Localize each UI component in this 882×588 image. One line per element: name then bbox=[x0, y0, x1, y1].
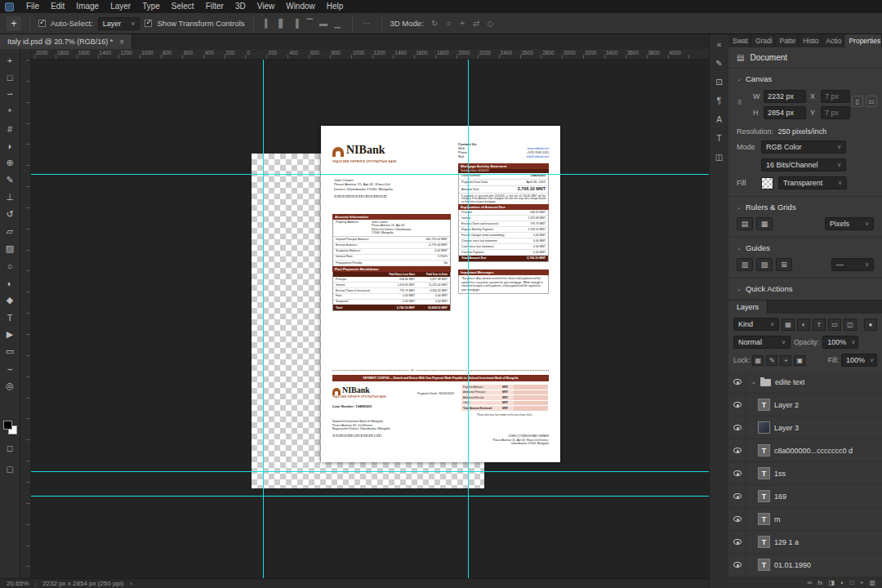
filter-type-layers-icon[interactable]: T bbox=[813, 318, 826, 331]
menu-item[interactable]: View bbox=[252, 0, 281, 13]
visibility-toggle[interactable] bbox=[728, 394, 746, 416]
zoom-level[interactable]: 20.65% bbox=[7, 580, 29, 587]
pen-tool[interactable]: ◆ bbox=[0, 292, 20, 309]
3d-slide-icon[interactable]: ⇄ bbox=[470, 17, 483, 29]
menu-item[interactable]: Layer bbox=[105, 0, 136, 13]
visibility-toggle[interactable] bbox=[728, 485, 746, 507]
fill-dropdown[interactable]: 100% bbox=[841, 354, 877, 367]
width-field[interactable]: 2232 px bbox=[764, 90, 806, 103]
rectangle-tool[interactable]: ▭ bbox=[0, 343, 20, 360]
lock-transparency-icon[interactable]: ▦ bbox=[752, 355, 764, 366]
link-layers-icon[interactable]: ∞ bbox=[808, 579, 813, 587]
3d-roll-icon[interactable]: ○ bbox=[443, 17, 455, 29]
document-tab[interactable]: Italy id.psd @ 20.7% (RGB/16) * × bbox=[0, 34, 132, 49]
filter-shape-layers-icon[interactable]: ▭ bbox=[828, 318, 841, 331]
more-options-icon[interactable]: ⋯ bbox=[361, 17, 373, 29]
spot-healing-brush-tool[interactable]: ⊕ bbox=[0, 154, 20, 172]
3d-scale-icon[interactable]: ◇ bbox=[484, 17, 497, 29]
visibility-toggle[interactable] bbox=[728, 371, 746, 393]
filter-toggle-icon[interactable]: ● bbox=[864, 318, 877, 331]
show-transform-checkbox[interactable] bbox=[145, 20, 152, 27]
align-middle-icon[interactable]: ▬ bbox=[318, 17, 330, 29]
document-info[interactable]: 2232 px x 2854 px (250 ppi) bbox=[42, 580, 123, 587]
guides-dropdown[interactable]: — bbox=[831, 258, 874, 271]
rulers-grids-section-header[interactable]: ⌄ Rulers & Grids bbox=[728, 197, 882, 215]
lock-pixels-icon[interactable]: ✎ bbox=[766, 355, 777, 366]
layer-effects-icon[interactable]: fx bbox=[817, 579, 822, 587]
lock-all-icon[interactable]: ▣ bbox=[794, 355, 805, 366]
color-mode-dropdown[interactable]: RGB Color bbox=[761, 140, 846, 154]
eraser-tool[interactable]: ▱ bbox=[0, 223, 20, 240]
lock-position-icon[interactable]: + bbox=[780, 355, 791, 366]
tab-layers[interactable]: Layers bbox=[728, 301, 768, 314]
tab-gradients[interactable]: Gradi bbox=[751, 34, 776, 47]
visibility-toggle[interactable] bbox=[728, 462, 746, 484]
landscape-orientation-button[interactable]: ▭ bbox=[866, 96, 877, 107]
layer-group-icon[interactable]: □ bbox=[850, 579, 854, 587]
opacity-dropdown[interactable]: 100% bbox=[822, 336, 858, 349]
clear-guides-icon[interactable]: ⊞ bbox=[776, 258, 792, 271]
layer-row[interactable]: T1ss bbox=[728, 462, 882, 485]
menu-item[interactable]: Image bbox=[70, 0, 105, 13]
filter-adjustment-layers-icon[interactable]: ◐ bbox=[797, 318, 810, 331]
menu-item[interactable]: Select bbox=[166, 0, 200, 13]
collapse-panels-icon[interactable]: « bbox=[713, 38, 726, 50]
guide-horizontal[interactable] bbox=[31, 174, 709, 175]
history-brush-tool[interactable]: ↺ bbox=[0, 206, 20, 223]
height-field[interactable]: 2854 px bbox=[764, 106, 806, 119]
brush-tool[interactable]: ✎ bbox=[0, 172, 20, 189]
layer-row[interactable]: Layer 3 bbox=[728, 416, 882, 439]
ruler-icon[interactable]: ▤ bbox=[737, 217, 753, 230]
magic-wand-tool[interactable]: * bbox=[0, 103, 20, 120]
app-icon[interactable] bbox=[5, 2, 14, 11]
align-right-icon[interactable]: ▐ bbox=[290, 17, 302, 29]
guide-vertical[interactable] bbox=[468, 60, 469, 578]
layer-row[interactable]: T169 bbox=[728, 485, 882, 508]
clone-source-icon[interactable]: ⊡ bbox=[713, 76, 726, 87]
guide-horizontal[interactable] bbox=[31, 471, 709, 472]
menu-item[interactable]: Help bbox=[321, 0, 350, 13]
active-tool-icon[interactable]: + bbox=[7, 16, 21, 31]
filter-pixel-layers-icon[interactable]: ▦ bbox=[782, 318, 795, 331]
fill-swatch[interactable] bbox=[761, 177, 773, 189]
x-field[interactable]: 7 px bbox=[821, 90, 850, 103]
guide-vertical[interactable] bbox=[263, 60, 264, 578]
canvas-section-header[interactable]: ⌄ Canvas bbox=[728, 69, 882, 87]
layer-filter-kind-dropdown[interactable]: Kind bbox=[733, 318, 779, 331]
hand-tool[interactable]: ⌣ bbox=[0, 360, 20, 377]
ruler-origin-corner[interactable] bbox=[20, 49, 31, 60]
grid-icon[interactable]: ▦ bbox=[756, 217, 773, 230]
foreground-color-swatch[interactable] bbox=[3, 421, 12, 430]
dodge-tool[interactable]: ◐ bbox=[0, 274, 20, 292]
visibility-toggle[interactable] bbox=[728, 439, 746, 461]
horizontal-type-tool[interactable]: T bbox=[0, 309, 20, 326]
smart-guides-icon[interactable]: ▨ bbox=[756, 258, 773, 271]
bit-depth-dropdown[interactable]: 16 Bits/Channel bbox=[761, 158, 846, 172]
layer-mask-icon[interactable]: ◨ bbox=[829, 579, 835, 587]
document-canvas-page[interactable]: NIBank ҮНДЭСНИЙ ХӨРӨНГӨ ОРУУЛАЛТЫН БАНК … bbox=[321, 126, 560, 462]
lasso-tool[interactable]: ∽ bbox=[0, 86, 20, 103]
menu-item[interactable]: Edit bbox=[45, 0, 70, 13]
auto-select-target-dropdown[interactable]: Layer bbox=[98, 17, 140, 30]
new-layer-icon[interactable]: + bbox=[860, 579, 864, 587]
status-chevron-icon[interactable]: › bbox=[130, 580, 132, 587]
libraries-icon[interactable]: ◫ bbox=[713, 151, 726, 163]
vertical-ruler[interactable] bbox=[20, 60, 31, 578]
screen-mode-button[interactable]: ▢ bbox=[0, 461, 20, 477]
move-tool[interactable]: + bbox=[0, 51, 20, 69]
align-center-h-icon[interactable]: ▋ bbox=[276, 17, 288, 29]
auto-select-checkbox[interactable] bbox=[38, 20, 46, 27]
delete-layer-icon[interactable]: ▥ bbox=[869, 579, 875, 587]
visibility-toggle[interactable] bbox=[728, 531, 746, 553]
quick-mask-button[interactable]: ◻ bbox=[0, 439, 20, 456]
visibility-toggle[interactable] bbox=[728, 554, 746, 576]
align-top-icon[interactable]: ▔ bbox=[304, 17, 316, 29]
close-icon[interactable]: × bbox=[119, 38, 124, 47]
tab-actions[interactable]: Actio bbox=[822, 34, 845, 47]
filter-smart-objects-icon[interactable]: ◫ bbox=[844, 318, 857, 331]
eyedropper-tool[interactable]: ◗ bbox=[0, 137, 20, 154]
tab-history[interactable]: Histo bbox=[799, 34, 822, 47]
menu-item[interactable]: 3D bbox=[229, 0, 252, 13]
blend-mode-dropdown[interactable]: Normal bbox=[733, 336, 791, 349]
visibility-toggle[interactable] bbox=[728, 508, 746, 530]
